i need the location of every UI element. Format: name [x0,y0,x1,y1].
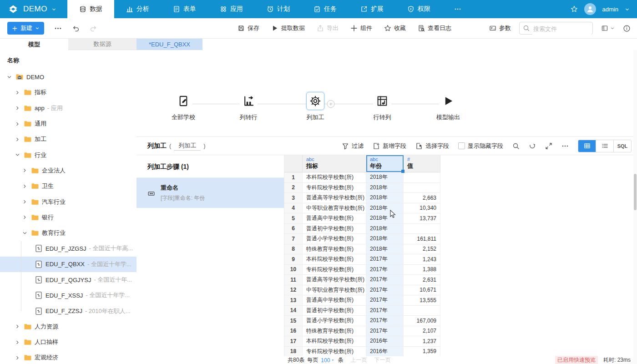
tree-folder-app[interactable]: app - 应用 [0,101,136,116]
tree-folder-行业[interactable]: 行业 [0,147,136,162]
tree-file-EDU_F_QGJYSJ[interactable]: EDU_F_QGJYSJ - 全国近十年... [0,272,136,288]
document-tab[interactable]: *EDU_F_QBXX [136,39,202,50]
flow-add-node-button[interactable]: + [327,100,335,108]
nav-tab-apps[interactable]: 应用 [208,0,255,18]
new-button[interactable]: 新建 [7,22,44,35]
table-row[interactable]: 16特殊教育学校数(所)2017年2,107 [284,326,440,337]
flow-node-列加工[interactable]: 列加工 [306,92,324,121]
table-row[interactable]: 18专科院校学校数(所)2016年1,359 [284,347,440,357]
step-name-edit[interactable]: 列加工 [174,141,201,151]
tree-folder-教育行业[interactable]: 教育行业 [0,225,136,241]
table-row[interactable]: 15普通小学学校数(所)2017年167,009 [284,316,440,326]
tree-folder-加工[interactable]: 加工 [0,131,136,147]
viewlog-button[interactable]: 查看日志 [418,24,451,32]
nav-tab-data[interactable]: 数据 [67,0,114,18]
nav-tab-more[interactable] [442,0,473,18]
tree-file-EDU_F_QBXX[interactable]: EDU_F_QBXX - 全国近十年学... [0,257,136,272]
chevron-right-icon[interactable] [14,105,21,112]
component-button[interactable]: 组件 [350,24,372,32]
export-button[interactable]: 导出 [317,24,339,32]
table-row[interactable]: 2专科院校学校数(所)2018年 [284,183,440,193]
view-sql-button[interactable]: SQL [613,140,631,152]
tree-folder-人力资源[interactable]: 人力资源 [0,319,136,334]
tree-folder-指标[interactable]: 指标 [0,85,136,100]
chevron-down-icon[interactable] [21,229,28,237]
table-row[interactable]: 4中等职业教育学校数(所)2018年10,340 [284,203,440,214]
more-actions-icon[interactable] [54,25,62,32]
params-button[interactable]: 参数 [489,24,511,32]
chevron-right-icon[interactable] [21,214,28,221]
view-list-button[interactable] [596,140,613,152]
table-row[interactable]: 17本科院校学校数(所)2016年1,237 [284,336,440,347]
column-header-值[interactable]: #值 [404,155,440,172]
view-grid-button[interactable] [578,140,596,152]
chevron-right-icon[interactable] [14,136,21,143]
table-row[interactable]: 12中等职业教育学校数(所)2017年10,671 [284,285,440,296]
table-row[interactable]: 9本科院校学校数(所)2017年1,243 [284,254,440,265]
table-row[interactable]: 14普通初中学校数(所)2017年 [284,306,440,316]
undo-icon[interactable] [72,25,80,32]
chevron-down-icon[interactable] [625,7,630,12]
table-row[interactable]: 11普通高等学校学校数(所)2017年2,631 [284,275,440,285]
chevron-right-icon[interactable] [14,89,21,96]
tree-folder-卫生[interactable]: 卫生 [0,178,136,194]
scrollbar-thumb[interactable] [634,174,637,210]
redo-icon[interactable] [90,25,97,32]
expand-icon[interactable] [545,142,552,150]
nav-tab-task[interactable]: 任务 [302,0,349,18]
per-page-select[interactable]: 100 [321,357,335,364]
chevron-right-icon[interactable] [21,182,28,190]
username[interactable]: admin [602,6,618,13]
tab-datasource[interactable]: 数据源 [68,39,136,50]
show-hidden-fields-checkbox[interactable]: 显示隐藏字段 [458,142,503,150]
tree-folder-通用[interactable]: 通用 [0,116,136,131]
select-field-button[interactable]: 选择字段 [415,142,449,150]
table-row[interactable]: 3普通高等学校学校数(所)2018年2,663 [284,193,440,203]
workspace-switcher[interactable]: DEMO [0,0,67,18]
nav-tab-permission[interactable]: 权限 [395,0,442,18]
favorite-star-icon[interactable] [571,5,578,13]
chevron-right-icon[interactable] [14,323,21,330]
step-item-rename[interactable]: 重命名 [字段]重命名: 年份 [136,178,284,208]
chevron-down-icon[interactable] [14,152,21,159]
table-row[interactable]: 8特殊教育学校数(所)2018年2,152 [284,244,440,255]
flow-node-模型输出[interactable]: 模型输出 [436,92,460,121]
tree-file-EDU_F_JZGSJ[interactable]: EDU_F_JZGSJ - 全国近十年高... [0,241,136,256]
table-row[interactable]: 13普通高中学校数(所)2017年13,555 [284,295,440,306]
tab-model[interactable]: 模型 [0,39,68,50]
refresh-icon[interactable] [529,142,536,150]
table-row[interactable]: 7普通小学学校数(所)2018年161,811 [284,234,440,244]
search-icon[interactable] [512,142,520,150]
nav-tab-form[interactable]: 表单 [161,0,208,18]
tree-file-EDU_F_XSSJ[interactable]: EDU_F_XSSJ - 全国近十年学... [0,288,136,303]
tree-folder-企业法人[interactable]: 企业法人 [0,163,136,178]
tree-folder-DEMO[interactable]: DEMO [0,69,136,85]
nav-tab-analysis[interactable]: 分析 [114,0,161,18]
chevron-down-icon[interactable] [5,73,13,81]
chevron-right-icon[interactable] [21,198,28,206]
extract-button[interactable]: 提取数据 [271,24,305,32]
nav-tab-extension[interactable]: 扩展 [349,0,395,18]
add-field-button[interactable]: 新增字段 [373,142,406,150]
tree-file-EDU_F_ZZSJ[interactable]: EDU_F_ZZSJ - 2010年在职人... [0,303,136,318]
nav-tab-plan[interactable]: 计划 [255,0,302,18]
filter-button[interactable]: 过滤 [342,142,364,150]
flow-node-列转行[interactable]: 列转行 [239,92,258,121]
more-icon[interactable] [561,142,569,150]
tree-folder-宏观经济[interactable]: 宏观经济 [0,350,136,364]
layout-switch[interactable] [601,25,615,32]
table-row[interactable]: 6普通初中学校数(所)2018年 [284,224,440,234]
chevron-right-icon[interactable] [21,167,28,174]
info-icon[interactable] [623,25,631,32]
table-row[interactable]: 1本科院校学校数(所)2018年 [284,172,440,183]
avatar[interactable] [584,3,596,15]
table-row[interactable]: 10专科院校学校数(所)2017年1,388 [284,265,440,275]
search-input[interactable] [532,23,592,35]
chevron-right-icon[interactable] [14,354,21,361]
column-header-指标[interactable]: abc指标 [303,155,366,172]
save-button[interactable]: 保存 [238,24,259,32]
chevron-right-icon[interactable] [14,339,21,346]
tree-folder-银行[interactable]: 银行 [0,210,136,225]
column-header-年份[interactable]: abc年份 [366,155,404,172]
prev-page-button[interactable]: 上一页 [350,356,367,364]
